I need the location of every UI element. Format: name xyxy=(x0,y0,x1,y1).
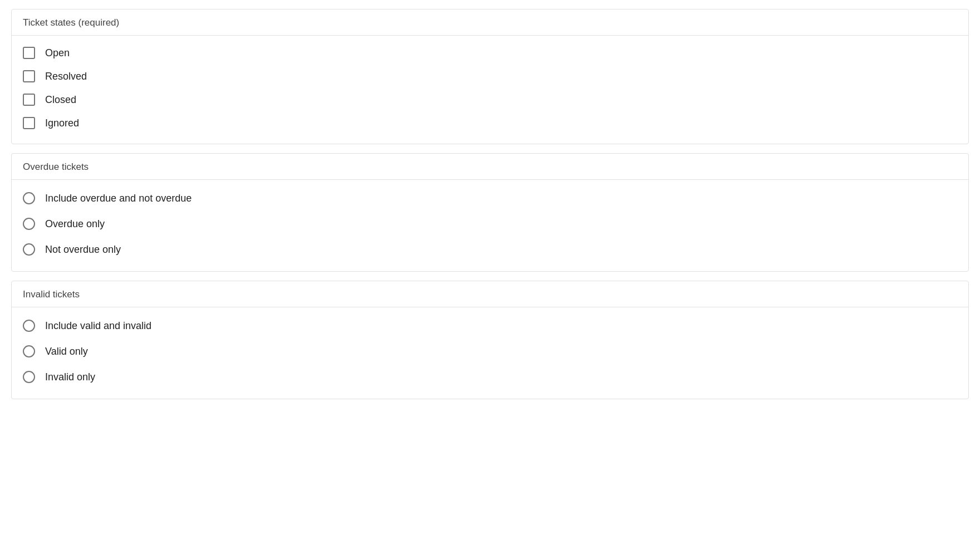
checkbox-resolved-label: Resolved xyxy=(45,71,87,82)
radio-not-overdue-only-input[interactable] xyxy=(23,243,35,256)
checkbox-resolved-input[interactable] xyxy=(23,70,35,82)
radio-valid-only-input[interactable] xyxy=(23,345,35,357)
radio-include-valid-and-invalid-input[interactable] xyxy=(23,320,35,332)
ticket-states-content: Open Resolved Closed Ignored xyxy=(12,36,968,144)
radio-invalid-only[interactable]: Invalid only xyxy=(23,364,957,390)
checkbox-closed-label: Closed xyxy=(45,94,76,106)
checkbox-resolved[interactable]: Resolved xyxy=(23,65,957,88)
radio-include-overdue-and-not-label: Include overdue and not overdue xyxy=(45,193,192,204)
checkbox-ignored[interactable]: Ignored xyxy=(23,111,957,135)
radio-not-overdue-only[interactable]: Not overdue only xyxy=(23,237,957,262)
checkbox-open[interactable]: Open xyxy=(23,41,957,65)
checkbox-open-input[interactable] xyxy=(23,47,35,59)
overdue-tickets-title: Overdue tickets xyxy=(12,154,968,180)
invalid-tickets-content: Include valid and invalid Valid only Inv… xyxy=(12,307,968,399)
checkbox-ignored-input[interactable] xyxy=(23,117,35,129)
radio-include-overdue-and-not-input[interactable] xyxy=(23,192,35,204)
checkbox-open-label: Open xyxy=(45,47,70,59)
radio-overdue-only-input[interactable] xyxy=(23,218,35,230)
radio-include-overdue-and-not[interactable]: Include overdue and not overdue xyxy=(23,185,957,211)
checkbox-closed[interactable]: Closed xyxy=(23,88,957,111)
radio-valid-only[interactable]: Valid only xyxy=(23,339,957,364)
radio-overdue-only[interactable]: Overdue only xyxy=(23,211,957,237)
overdue-tickets-section: Overdue tickets Include overdue and not … xyxy=(11,153,969,272)
ticket-states-title: Ticket states (required) xyxy=(12,9,968,36)
radio-invalid-only-label: Invalid only xyxy=(45,371,95,383)
checkbox-closed-input[interactable] xyxy=(23,94,35,106)
invalid-tickets-title: Invalid tickets xyxy=(12,281,968,307)
invalid-tickets-section: Invalid tickets Include valid and invali… xyxy=(11,281,969,399)
radio-include-valid-and-invalid[interactable]: Include valid and invalid xyxy=(23,313,957,339)
radio-valid-only-label: Valid only xyxy=(45,346,88,357)
radio-invalid-only-input[interactable] xyxy=(23,371,35,383)
radio-not-overdue-only-label: Not overdue only xyxy=(45,244,121,256)
checkbox-ignored-label: Ignored xyxy=(45,117,79,129)
overdue-tickets-content: Include overdue and not overdue Overdue … xyxy=(12,180,968,271)
page-container: Ticket states (required) Open Resolved C… xyxy=(0,9,980,399)
radio-overdue-only-label: Overdue only xyxy=(45,218,105,230)
ticket-states-section: Ticket states (required) Open Resolved C… xyxy=(11,9,969,144)
radio-include-valid-and-invalid-label: Include valid and invalid xyxy=(45,320,151,332)
